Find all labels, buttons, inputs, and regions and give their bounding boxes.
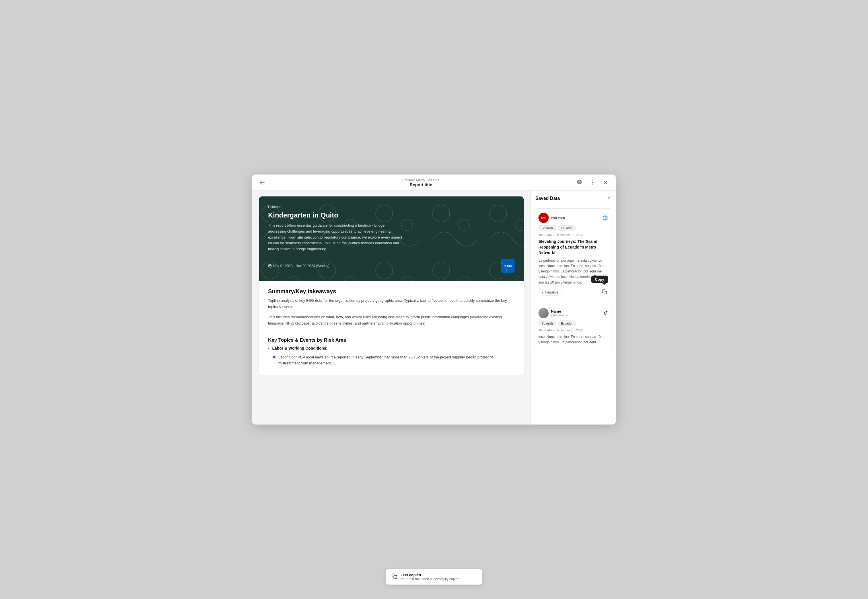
card-date-1: December 15, 2023 <box>556 233 583 236</box>
user-avatar <box>538 308 549 318</box>
close-button[interactable] <box>601 178 610 187</box>
back-button[interactable] <box>258 178 267 187</box>
globe-icon: 🌐 <box>602 215 608 221</box>
tag-ecuador-1[interactable]: Ecuador <box>558 225 576 231</box>
card-source-row-2: Name @username <box>538 308 608 318</box>
card-source-info-2: Name @username <box>538 308 568 318</box>
bullet-text: Labor Conflict. A local news source repo… <box>278 354 515 366</box>
svg-rect-7 <box>394 576 397 579</box>
footnote-link[interactable]: 1 <box>334 361 336 365</box>
doc-card: Ecuador Kindergarten in Quito This repor… <box>259 196 524 376</box>
svg-point-1 <box>577 181 581 182</box>
doc-date: Nov 01 2023 - Nov 08 2023 (Weekly) <box>268 264 329 268</box>
svg-rect-6 <box>604 291 607 294</box>
card-body-1: La perforación por aquí me está volviend… <box>538 258 608 285</box>
card-meta-2: 10:59 AM • December 15, 2023 <box>538 328 608 332</box>
doc-region: Ecuador <box>268 205 515 209</box>
header-right <box>575 178 610 187</box>
avatar-image <box>538 308 549 318</box>
doc-body: Summary/Key takeaways Topline analysis o… <box>259 281 524 376</box>
cnn-logo: CNN <box>538 213 549 223</box>
subsection-header: • Labor & Working Conditions: <box>268 346 515 352</box>
doc-area: Ecuador Kindergarten in Quito This repor… <box>252 191 530 424</box>
doc-description: This report offers essential guidance fo… <box>268 223 405 252</box>
list-item: Labor Conflict. A local news source repo… <box>268 354 515 366</box>
card-body-2: loco. Nunca termina. En serio, son las 1… <box>538 334 608 345</box>
toast-title: Text copied <box>401 573 461 577</box>
user-name: Name <box>551 309 568 313</box>
svg-point-2 <box>592 181 593 181</box>
saved-card-2: Name @username Spanish Ecuador <box>534 304 613 352</box>
toast-subtitle: Your text has been successfully copied! <box>401 577 461 581</box>
card-bottom-row-1: ↓ Negative Copy <box>538 288 608 296</box>
header-center: Ecuador Metro Line One Report title <box>402 178 440 187</box>
header-left <box>258 178 267 187</box>
panel-title: Saved Data <box>535 196 560 201</box>
doc-hero: Ecuador Kindergarten in Quito This repor… <box>259 196 524 281</box>
card-meta-1: 10:59 AM • December 15, 2023 <box>538 233 608 236</box>
user-info: Name @username <box>551 309 568 317</box>
svg-rect-5 <box>269 265 272 268</box>
tag-row-1: Spanish Ecuador <box>538 225 608 231</box>
copy-button[interactable] <box>601 288 608 296</box>
toast-notification: Text copied Your text has been successfu… <box>386 569 482 585</box>
database-button[interactable] <box>575 178 584 187</box>
source-name: cnn.com <box>551 216 565 220</box>
saved-data-panel: Saved Data CNN cnn.com <box>530 191 616 424</box>
card-source-row: CNN cnn.com 🌐 <box>538 213 608 223</box>
section-title-keytopics: Key Topics & Events by Risk Area <box>268 337 515 343</box>
tiktok-icon <box>603 310 608 316</box>
saved-card-1: CNN cnn.com 🌐 Spanish Ecuador 10:59 AM • <box>534 208 613 301</box>
copy-btn-container: Copy <box>601 288 608 296</box>
header-title: Report title <box>402 182 440 187</box>
section-divider <box>268 331 515 337</box>
section-para-1: Topline analysis of key ESG risks for th… <box>268 298 515 310</box>
panel-close-button[interactable] <box>607 195 611 201</box>
tag-ecuador-2[interactable]: Ecuador <box>558 321 576 326</box>
bullet-dot <box>273 355 275 358</box>
svg-point-3 <box>592 182 593 183</box>
card-headline-1: Elevating Journeys: The Grand Reopening … <box>538 239 608 256</box>
tag-spanish-2[interactable]: Spanish <box>538 321 556 326</box>
sentiment-arrow: ↓ <box>542 290 544 294</box>
svg-point-4 <box>592 184 593 185</box>
app-header: Ecuador Metro Line One Report title <box>252 175 616 191</box>
tag-row-2: Spanish Ecuador <box>538 321 608 326</box>
card-date-2: December 15, 2023 <box>556 328 583 332</box>
card-time-2: 10:59 AM <box>538 328 551 332</box>
header-breadcrumb: Ecuador Metro Line One <box>402 178 440 182</box>
panel-header: Saved Data <box>531 191 616 205</box>
panel-body: CNN cnn.com 🌐 Spanish Ecuador 10:59 AM • <box>531 205 616 424</box>
sentiment-tag: ↓ Negative <box>538 289 562 295</box>
sentiment-label: Negative <box>545 290 559 294</box>
calendar-icon <box>268 264 272 268</box>
main-layout: Ecuador Kindergarten in Quito This repor… <box>252 191 616 424</box>
tag-spanish-1[interactable]: Spanish <box>538 225 556 231</box>
bullet-marker: • <box>268 346 269 351</box>
more-button[interactable] <box>588 178 597 187</box>
card-source-info: CNN cnn.com <box>538 213 565 223</box>
user-handle: @username <box>551 313 568 317</box>
section-para-2: This includes recommendations on what, h… <box>268 314 515 327</box>
section-title-summary: Summary/Key takeaways <box>268 288 515 295</box>
card-time-1: 10:59 AM <box>538 233 551 236</box>
toast-content: Text copied Your text has been successfu… <box>401 573 461 581</box>
toast-icon <box>392 573 397 581</box>
